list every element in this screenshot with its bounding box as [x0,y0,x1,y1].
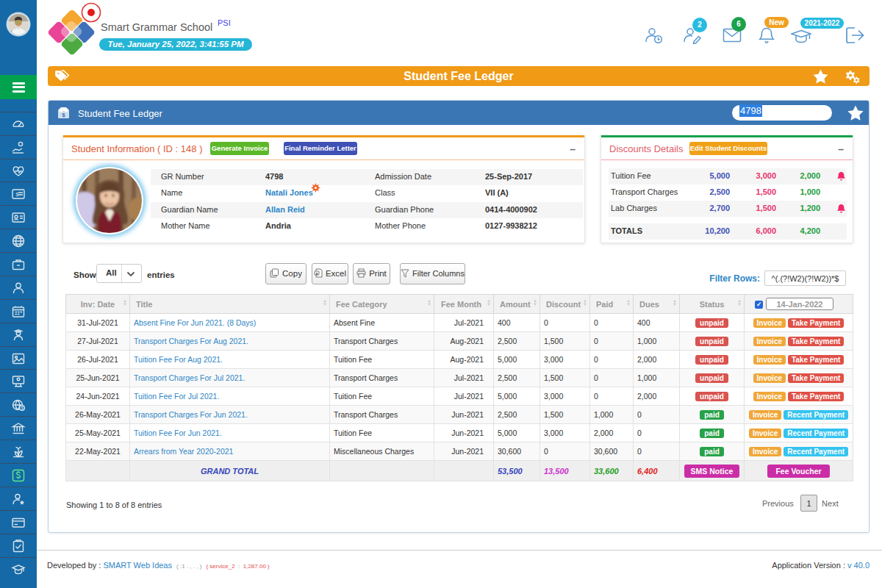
svg-text:$: $ [62,112,65,118]
svg-text:$: $ [21,405,24,410]
svg-text:$: $ [16,191,19,196]
